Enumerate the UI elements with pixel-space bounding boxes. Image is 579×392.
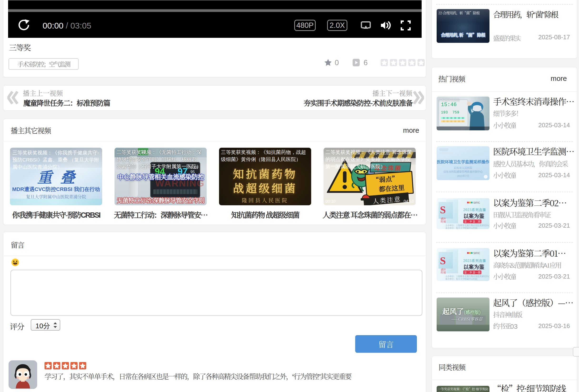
- svg-text:SIFIC: SIFIC: [473, 252, 480, 255]
- svg-text:SIFIC: SIFIC: [473, 201, 480, 204]
